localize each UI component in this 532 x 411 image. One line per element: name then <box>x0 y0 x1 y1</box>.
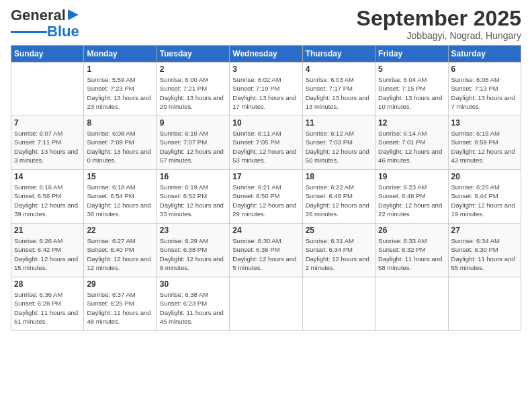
day-info: Sunrise: 6:06 AMSunset: 7:13 PMDaylight:… <box>451 75 518 111</box>
day-info: Sunrise: 6:07 AMSunset: 7:11 PMDaylight:… <box>14 129 81 165</box>
day-info: Sunrise: 6:26 AMSunset: 6:42 PMDaylight:… <box>14 236 81 272</box>
table-cell: 5Sunrise: 6:04 AMSunset: 7:15 PMDaylight… <box>375 62 448 116</box>
col-sunday: Sunday <box>11 46 84 62</box>
day-number: 25 <box>306 226 372 235</box>
day-info: Sunrise: 6:04 AMSunset: 7:15 PMDaylight:… <box>378 75 445 111</box>
day-info: Sunrise: 6:16 AMSunset: 6:56 PMDaylight:… <box>14 183 81 218</box>
header: General Blue September 2025 Jobbagyi, No… <box>11 7 521 41</box>
day-number: 23 <box>160 226 226 235</box>
table-cell: 20Sunrise: 6:25 AMSunset: 6:44 PMDayligh… <box>448 170 521 224</box>
table-cell: 7Sunrise: 6:07 AMSunset: 7:11 PMDaylight… <box>11 116 84 170</box>
day-info: Sunrise: 6:08 AMSunset: 7:09 PMDaylight:… <box>87 129 153 165</box>
table-cell: 24Sunrise: 6:30 AMSunset: 6:36 PMDayligh… <box>230 224 302 277</box>
table-cell: 21Sunrise: 6:26 AMSunset: 6:42 PMDayligh… <box>11 224 84 277</box>
day-number: 1 <box>87 64 153 74</box>
day-info: Sunrise: 6:11 AMSunset: 7:05 PMDaylight:… <box>232 129 299 165</box>
day-number: 15 <box>87 172 153 181</box>
table-cell: 29Sunrise: 6:37 AMSunset: 6:25 PMDayligh… <box>84 277 157 331</box>
logo-general: General <box>11 7 66 24</box>
page-subtitle: Jobbagyi, Nograd, Hungary <box>357 30 521 41</box>
table-cell: 16Sunrise: 6:19 AMSunset: 6:52 PMDayligh… <box>157 170 229 224</box>
day-info: Sunrise: 6:21 AMSunset: 6:50 PMDaylight:… <box>232 183 299 218</box>
table-cell <box>448 277 521 331</box>
table-cell: 22Sunrise: 6:27 AMSunset: 6:40 PMDayligh… <box>84 224 157 277</box>
day-number: 10 <box>232 118 299 128</box>
day-number: 13 <box>451 118 518 128</box>
day-info: Sunrise: 6:18 AMSunset: 6:54 PMDaylight:… <box>87 183 153 218</box>
day-number: 27 <box>451 226 518 235</box>
day-info: Sunrise: 6:00 AMSunset: 7:21 PMDaylight:… <box>160 75 226 111</box>
table-cell: 4Sunrise: 6:03 AMSunset: 7:17 PMDaylight… <box>302 62 375 116</box>
table-cell: 28Sunrise: 6:36 AMSunset: 6:28 PMDayligh… <box>11 277 84 331</box>
day-number: 24 <box>232 226 299 235</box>
day-number: 9 <box>160 118 226 128</box>
table-cell <box>230 277 302 331</box>
table-cell <box>375 277 448 331</box>
logo-arrow-icon <box>66 8 80 21</box>
day-number: 30 <box>160 279 226 289</box>
table-cell: 6Sunrise: 6:06 AMSunset: 7:13 PMDaylight… <box>448 62 521 116</box>
svg-marker-0 <box>68 9 79 20</box>
table-cell: 12Sunrise: 6:14 AMSunset: 7:01 PMDayligh… <box>375 116 448 170</box>
col-friday: Friday <box>375 46 448 62</box>
day-number: 6 <box>451 64 518 74</box>
day-number: 21 <box>14 226 81 235</box>
table-cell: 13Sunrise: 6:15 AMSunset: 6:59 PMDayligh… <box>448 116 521 170</box>
logo-blue: Blue <box>47 23 79 40</box>
table-cell: 11Sunrise: 6:12 AMSunset: 7:03 PMDayligh… <box>302 116 375 170</box>
col-tuesday: Tuesday <box>157 46 229 62</box>
day-info: Sunrise: 6:12 AMSunset: 7:03 PMDaylight:… <box>306 129 372 165</box>
day-number: 26 <box>378 226 445 235</box>
header-row: Sunday Monday Tuesday Wednesday Thursday… <box>11 46 521 62</box>
day-number: 4 <box>306 64 372 74</box>
table-row: 7Sunrise: 6:07 AMSunset: 7:11 PMDaylight… <box>11 116 521 170</box>
day-number: 3 <box>232 64 299 74</box>
day-info: Sunrise: 6:19 AMSunset: 6:52 PMDaylight:… <box>160 183 226 218</box>
day-info: Sunrise: 6:03 AMSunset: 7:17 PMDaylight:… <box>306 75 372 111</box>
day-info: Sunrise: 5:59 AMSunset: 7:23 PMDaylight:… <box>87 75 153 111</box>
calendar-table: Sunday Monday Tuesday Wednesday Thursday… <box>11 45 521 331</box>
day-info: Sunrise: 6:14 AMSunset: 7:01 PMDaylight:… <box>378 129 445 165</box>
table-cell: 17Sunrise: 6:21 AMSunset: 6:50 PMDayligh… <box>230 170 302 224</box>
table-cell: 14Sunrise: 6:16 AMSunset: 6:56 PMDayligh… <box>11 170 84 224</box>
table-cell: 27Sunrise: 6:34 AMSunset: 6:30 PMDayligh… <box>448 224 521 277</box>
table-row: 1Sunrise: 5:59 AMSunset: 7:23 PMDaylight… <box>11 62 521 116</box>
day-number: 11 <box>306 118 372 128</box>
table-row: 21Sunrise: 6:26 AMSunset: 6:42 PMDayligh… <box>11 224 521 277</box>
day-number: 7 <box>14 118 81 128</box>
day-info: Sunrise: 6:36 AMSunset: 6:28 PMDaylight:… <box>14 290 81 326</box>
table-cell: 19Sunrise: 6:23 AMSunset: 6:46 PMDayligh… <box>375 170 448 224</box>
col-thursday: Thursday <box>302 46 375 62</box>
day-number: 16 <box>160 172 226 181</box>
day-info: Sunrise: 6:02 AMSunset: 7:19 PMDaylight:… <box>232 75 299 111</box>
table-cell <box>11 62 84 116</box>
day-info: Sunrise: 6:29 AMSunset: 6:38 PMDaylight:… <box>160 236 226 272</box>
day-number: 18 <box>306 172 372 181</box>
day-info: Sunrise: 6:37 AMSunset: 6:25 PMDaylight:… <box>87 290 153 326</box>
day-number: 22 <box>87 226 153 235</box>
day-info: Sunrise: 6:30 AMSunset: 6:36 PMDaylight:… <box>232 236 299 272</box>
day-info: Sunrise: 6:31 AMSunset: 6:34 PMDaylight:… <box>306 236 372 272</box>
day-number: 19 <box>378 172 445 181</box>
table-cell: 2Sunrise: 6:00 AMSunset: 7:21 PMDaylight… <box>157 62 229 116</box>
day-info: Sunrise: 6:34 AMSunset: 6:30 PMDaylight:… <box>451 236 518 272</box>
table-cell: 1Sunrise: 5:59 AMSunset: 7:23 PMDaylight… <box>84 62 157 116</box>
table-cell: 25Sunrise: 6:31 AMSunset: 6:34 PMDayligh… <box>302 224 375 277</box>
day-info: Sunrise: 6:27 AMSunset: 6:40 PMDaylight:… <box>87 236 153 272</box>
day-number: 29 <box>87 279 153 289</box>
table-cell: 8Sunrise: 6:08 AMSunset: 7:09 PMDaylight… <box>84 116 157 170</box>
table-cell: 18Sunrise: 6:22 AMSunset: 6:48 PMDayligh… <box>302 170 375 224</box>
day-info: Sunrise: 6:38 AMSunset: 6:23 PMDaylight:… <box>160 290 226 326</box>
page-container: General Blue September 2025 Jobbagyi, No… <box>0 0 532 411</box>
table-cell <box>302 277 375 331</box>
table-cell: 10Sunrise: 6:11 AMSunset: 7:05 PMDayligh… <box>230 116 302 170</box>
day-info: Sunrise: 6:22 AMSunset: 6:48 PMDaylight:… <box>306 183 372 218</box>
day-info: Sunrise: 6:33 AMSunset: 6:32 PMDaylight:… <box>378 236 445 272</box>
day-number: 14 <box>14 172 81 181</box>
day-info: Sunrise: 6:25 AMSunset: 6:44 PMDaylight:… <box>451 183 518 218</box>
table-cell: 3Sunrise: 6:02 AMSunset: 7:19 PMDaylight… <box>230 62 302 116</box>
table-cell: 26Sunrise: 6:33 AMSunset: 6:32 PMDayligh… <box>375 224 448 277</box>
table-cell: 15Sunrise: 6:18 AMSunset: 6:54 PMDayligh… <box>84 170 157 224</box>
day-info: Sunrise: 6:23 AMSunset: 6:46 PMDaylight:… <box>378 183 445 218</box>
day-number: 17 <box>232 172 299 181</box>
